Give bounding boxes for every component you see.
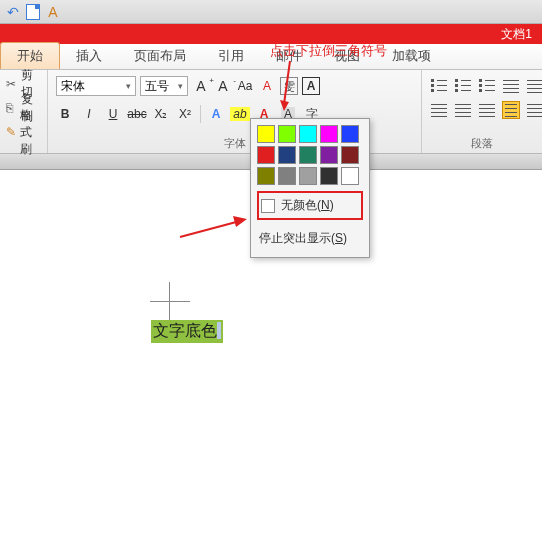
bullet-list-button[interactable] xyxy=(430,77,448,95)
undo-icon: ↶ xyxy=(7,4,19,20)
color-swatch[interactable] xyxy=(299,146,317,164)
copy-icon xyxy=(6,101,17,115)
color-swatch[interactable] xyxy=(299,167,317,185)
svg-line-0 xyxy=(284,61,290,104)
paintbrush-icon xyxy=(6,125,16,139)
color-swatch[interactable] xyxy=(341,125,359,143)
stop-highlight-menuitem[interactable]: 停止突出显示(S) xyxy=(257,226,363,251)
color-swatch[interactable] xyxy=(257,167,275,185)
paragraph-group: 段落 xyxy=(422,70,542,153)
clipboard-group: 剪切 复制 格式刷 xyxy=(0,70,48,153)
svg-marker-3 xyxy=(233,216,247,227)
document-icon xyxy=(26,4,40,20)
color-swatch[interactable] xyxy=(278,125,296,143)
color-swatch[interactable] xyxy=(299,125,317,143)
char-border-button[interactable]: A xyxy=(302,77,320,95)
indent-icon xyxy=(527,80,542,92)
color-swatch[interactable] xyxy=(278,146,296,164)
strike-button[interactable]: abc xyxy=(128,105,146,123)
svg-line-2 xyxy=(180,221,240,237)
text-effects-button[interactable]: A xyxy=(207,105,225,123)
quick-access-toolbar: ↶ А xyxy=(0,0,542,24)
tab-insert[interactable]: 插入 xyxy=(60,43,118,69)
align-left-button[interactable] xyxy=(430,101,448,119)
color-grid xyxy=(257,125,363,185)
superscript-button[interactable]: X² xyxy=(176,105,194,123)
para-group-label: 段落 xyxy=(471,136,493,151)
grow-font-button[interactable]: A+ xyxy=(192,77,210,95)
italic-button[interactable]: I xyxy=(80,105,98,123)
document-title: 文档1 xyxy=(501,26,532,43)
scissors-icon xyxy=(6,77,17,91)
tab-home[interactable]: 开始 xyxy=(0,42,60,69)
tab-layout[interactable]: 页面布局 xyxy=(118,43,202,69)
subscript-button[interactable]: X₂ xyxy=(152,105,170,123)
color-swatch[interactable] xyxy=(320,125,338,143)
color-swatch[interactable] xyxy=(320,146,338,164)
annotation-arrow-icon xyxy=(175,215,255,245)
format-painter-button[interactable]: 格式刷 xyxy=(0,120,47,144)
change-case-button[interactable]: Aa xyxy=(236,77,254,95)
multilevel-icon xyxy=(479,79,495,93)
format-painter-qa[interactable]: А xyxy=(44,3,62,21)
text-cursor-cross xyxy=(150,282,190,322)
font-name-combo[interactable]: 宋体 xyxy=(56,76,136,96)
decrease-indent-button[interactable] xyxy=(502,77,520,95)
bold-button[interactable]: B xyxy=(56,105,74,123)
justify-button[interactable] xyxy=(502,101,520,119)
color-swatch[interactable] xyxy=(257,125,275,143)
highlight-button[interactable]: ab ▾ xyxy=(231,105,249,123)
color-swatch[interactable] xyxy=(257,146,275,164)
increase-indent-button[interactable] xyxy=(526,77,542,95)
align-center-button[interactable] xyxy=(454,101,472,119)
tab-reference[interactable]: 引用 xyxy=(202,43,260,69)
multilevel-list-button[interactable] xyxy=(478,77,496,95)
new-doc-button[interactable] xyxy=(24,3,42,21)
font-size-combo[interactable]: 五号 xyxy=(140,76,188,96)
no-color-menuitem[interactable]: 无颜色(N) xyxy=(257,191,363,220)
number-list-icon xyxy=(455,79,471,93)
bullet-list-icon xyxy=(431,79,447,93)
number-list-button[interactable] xyxy=(454,77,472,95)
color-swatch[interactable] xyxy=(278,167,296,185)
align-center-icon xyxy=(455,104,471,116)
font-group-label: 字体 xyxy=(224,136,246,151)
color-swatch[interactable] xyxy=(320,167,338,185)
title-bar: 文档1 xyxy=(0,24,542,44)
clear-format-button[interactable]: A xyxy=(258,77,276,95)
brush-icon: А xyxy=(48,4,57,20)
color-swatch[interactable] xyxy=(341,167,359,185)
outdent-icon xyxy=(503,80,519,92)
underline-button[interactable]: U xyxy=(104,105,122,123)
shrink-font-button[interactable]: A- xyxy=(214,77,232,95)
sample-highlighted-text[interactable]: 文字底色 xyxy=(151,320,223,343)
distribute-button[interactable] xyxy=(526,101,542,119)
svg-marker-1 xyxy=(280,100,289,111)
no-color-icon xyxy=(261,199,275,213)
align-right-button[interactable] xyxy=(478,101,496,119)
highlight-color-popup: 无颜色(N) 停止突出显示(S) xyxy=(250,118,370,258)
distribute-icon xyxy=(527,104,542,116)
align-right-icon xyxy=(479,104,495,116)
undo-button[interactable]: ↶ xyxy=(4,3,22,21)
color-swatch[interactable] xyxy=(341,146,359,164)
justify-icon xyxy=(505,104,517,116)
annotation-arrow-icon xyxy=(280,56,300,116)
align-left-icon xyxy=(431,104,447,116)
